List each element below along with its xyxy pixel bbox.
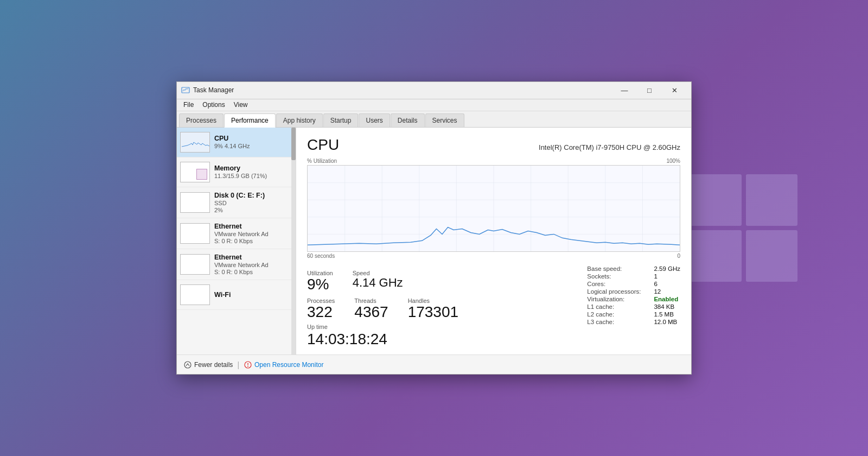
tab-details[interactable]: Details — [391, 113, 425, 127]
chart-time-end: 0 — [677, 253, 680, 259]
win-tile-1 — [690, 174, 742, 226]
speed-group: Speed 4.14 GHz — [353, 270, 403, 293]
device-item-wifi[interactable]: Wi-Fi — [177, 280, 296, 310]
cpu-thumbnail — [180, 132, 210, 153]
title-bar: Task Manager — □ ✕ — [177, 82, 691, 99]
speed-value: 4.14 GHz — [353, 276, 403, 289]
disk-name: Disk 0 (C: E: F:) — [214, 192, 292, 199]
pth-row: Processes 322 Threads 4367 Handles 17330… — [307, 297, 587, 321]
win-tile-2 — [746, 174, 797, 226]
memory-thumbnail — [180, 162, 210, 182]
tab-users[interactable]: Users — [359, 113, 390, 127]
windows-logo — [690, 174, 797, 282]
eth1-sub: VMware Network Ad — [214, 231, 292, 237]
virtualization-key: Virtualization: — [587, 296, 641, 302]
handles-group: Handles 173301 — [408, 297, 458, 321]
base-speed-val: 2.59 GHz — [654, 265, 680, 272]
memory-sub: 11.3/15.9 GB (71%) — [214, 173, 292, 179]
menu-bar: File Options View — [177, 99, 691, 111]
device-item-eth1[interactable]: Ethernet VMware Network Ad S: 0 R: 0 Kbp… — [177, 218, 296, 249]
open-resource-monitor-label: Open Resource Monitor — [254, 361, 323, 369]
uptime-value: 14:03:18:24 — [307, 331, 387, 347]
maximize-button[interactable]: □ — [637, 81, 662, 99]
l2-cache-key: L2 cache: — [587, 311, 641, 318]
wifi-thumbnail — [180, 284, 210, 305]
minimize-button[interactable]: — — [612, 81, 637, 99]
logical-proc-val: 12 — [654, 288, 680, 295]
cores-key: Cores: — [587, 281, 641, 287]
device-list[interactable]: CPU 9% 4.14 GHz Memory 11.3/15.9 GB (71%… — [177, 128, 296, 354]
cores-val: 6 — [654, 281, 680, 287]
eth1-val: S: 0 R: 0 Kbps — [214, 238, 292, 244]
base-speed-key: Base speed: — [587, 265, 641, 272]
tab-bar: Processes Performance App history Startu… — [177, 111, 691, 128]
chart-y-max: 100% — [666, 158, 680, 164]
svg-point-17 — [247, 365, 248, 366]
memory-info: Memory 11.3/15.9 GB (71%) — [214, 164, 292, 179]
fewer-details-icon — [183, 360, 192, 369]
fewer-details-button[interactable]: Fewer details — [183, 360, 233, 369]
device-item-cpu[interactable]: CPU 9% 4.14 GHz — [177, 128, 296, 157]
disk-val: 2% — [214, 207, 292, 213]
l3-cache-key: L3 cache: — [587, 319, 641, 325]
tab-processes[interactable]: Processes — [179, 113, 224, 127]
wifi-info: Wi-Fi — [214, 291, 292, 299]
eth1-info: Ethernet VMware Network Ad S: 0 R: 0 Kbp… — [214, 223, 292, 244]
threads-label: Threads — [354, 297, 388, 304]
handles-label: Handles — [408, 297, 458, 304]
l3-cache-val: 12.0 MB — [654, 319, 680, 325]
threads-group: Threads 4367 — [354, 297, 388, 321]
stats-info-row: Utilization 9% Speed 4.14 GHz Processes … — [307, 265, 680, 348]
right-panel: CPU Intel(R) Core(TM) i7-9750H CPU @ 2.6… — [296, 128, 691, 354]
cpu-header: CPU Intel(R) Core(TM) i7-9750H CPU @ 2.6… — [307, 136, 680, 154]
sockets-val: 1 — [654, 273, 680, 280]
cpu-model: Intel(R) Core(TM) i7-9750H CPU @ 2.60GHz — [539, 143, 680, 151]
chart-time-labels: 60 seconds 0 — [307, 253, 680, 259]
disk-info: Disk 0 (C: E: F:) SSD 2% — [214, 192, 292, 213]
window-title: Task Manager — [193, 86, 612, 94]
device-item-disk[interactable]: Disk 0 (C: E: F:) SSD 2% — [177, 187, 296, 218]
chart-y-labels: % Utilization 100% — [307, 158, 680, 164]
svg-point-14 — [184, 362, 191, 368]
utilization-value: 9% — [307, 276, 333, 293]
uptime-label: Up time — [307, 324, 328, 330]
win-tile-4 — [746, 230, 797, 282]
open-resource-monitor-button[interactable]: Open Resource Monitor — [244, 360, 323, 369]
tab-performance[interactable]: Performance — [224, 113, 276, 128]
tab-services[interactable]: Services — [425, 113, 464, 127]
stats-section: Utilization 9% Speed 4.14 GHz Processes … — [307, 265, 587, 348]
utilization-group: Utilization 9% — [307, 270, 333, 293]
menu-view[interactable]: View — [229, 100, 252, 110]
uptime-row: Up time 14:03:18:24 — [307, 321, 587, 348]
tab-startup[interactable]: Startup — [323, 113, 359, 127]
eth1-thumbnail — [180, 223, 210, 244]
chart-time-start: 60 seconds — [307, 253, 335, 259]
threads-value: 4367 — [354, 304, 388, 321]
eth1-name: Ethernet — [214, 223, 292, 230]
eth2-val: S: 0 R: 0 Kbps — [214, 269, 292, 275]
close-button[interactable]: ✕ — [662, 81, 687, 99]
left-panel: CPU 9% 4.14 GHz Memory 11.3/15.9 GB (71%… — [177, 128, 296, 354]
l1-cache-key: L1 cache: — [587, 303, 641, 310]
eth2-thumbnail — [180, 254, 210, 275]
utilization-label: Utilization — [307, 270, 333, 276]
cpu-chart — [307, 165, 680, 252]
footer: Fewer details | Open Resource Monitor — [177, 354, 691, 374]
menu-file[interactable]: File — [179, 100, 198, 110]
device-item-eth2[interactable]: Ethernet VMware Network Ad S: 0 R: 0 Kbp… — [177, 249, 296, 280]
processes-group: Processes 322 — [307, 297, 335, 321]
processes-label: Processes — [307, 297, 335, 304]
chart-container: % Utilization 100% — [307, 158, 680, 259]
utilization-speed-row: Utilization 9% Speed 4.14 GHz — [307, 270, 587, 293]
disk-sub: SSD — [214, 200, 292, 206]
eth2-sub: VMware Network Ad — [214, 262, 292, 268]
memory-name: Memory — [214, 164, 292, 172]
window-controls: — □ ✕ — [612, 81, 687, 99]
cpu-info: CPU 9% 4.14 GHz — [214, 135, 292, 149]
left-scrollbar[interactable] — [291, 128, 296, 354]
main-content: CPU 9% 4.14 GHz Memory 11.3/15.9 GB (71%… — [177, 128, 691, 354]
tab-app-history[interactable]: App history — [276, 113, 323, 127]
device-item-memory[interactable]: Memory 11.3/15.9 GB (71%) — [177, 157, 296, 187]
cpu-panel-title: CPU — [307, 136, 339, 154]
menu-options[interactable]: Options — [198, 100, 229, 110]
